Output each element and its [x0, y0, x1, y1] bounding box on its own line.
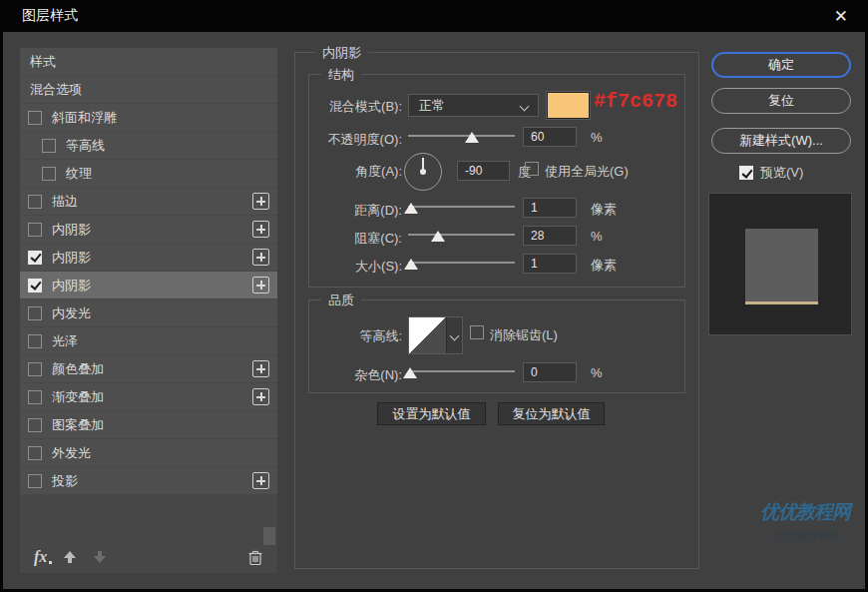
panel-title: 内阴影 — [315, 44, 368, 62]
size-unit: 像素 — [591, 257, 617, 275]
distance-label: 距离(D): — [302, 202, 402, 220]
style-enable-checkbox[interactable] — [28, 390, 42, 404]
noise-slider[interactable] — [408, 362, 515, 380]
add-effect-icon[interactable] — [252, 277, 269, 294]
style-list-item[interactable]: 内发光 — [20, 299, 277, 326]
chevron-down-icon — [451, 331, 459, 339]
style-list-item-label: 内发光 — [52, 304, 91, 322]
add-effect-icon[interactable] — [252, 249, 269, 266]
add-effect-icon[interactable] — [252, 388, 269, 405]
distance-slider[interactable] — [408, 198, 515, 216]
contour-dropdown[interactable] — [446, 317, 462, 353]
style-enable-checkbox[interactable] — [28, 474, 42, 488]
opacity-input[interactable] — [523, 127, 577, 147]
style-list-item[interactable]: 描边 — [20, 188, 277, 215]
blend-mode-value: 正常 — [419, 97, 521, 115]
style-enable-checkbox[interactable] — [28, 111, 42, 125]
style-list-item-label: 光泽 — [52, 332, 78, 350]
structure-legend: 结构 — [321, 66, 361, 84]
style-list-item[interactable]: 颜色叠加 — [20, 355, 277, 382]
style-list-panel: 样式 混合选项 斜面和浮雕 等高线 纹理 描边 内阴影 内阴影 内阴影 内发光 — [20, 48, 277, 573]
choke-slider[interactable] — [408, 226, 515, 244]
choke-slider-thumb[interactable] — [431, 231, 445, 242]
move-effect-up-icon[interactable] — [63, 550, 77, 564]
style-list-item[interactable]: 样式 — [20, 48, 277, 75]
move-effect-down-icon — [93, 550, 107, 564]
style-list-item[interactable]: 内阴影 — [20, 272, 277, 298]
color-hex-annotation: #f7c678 — [594, 90, 677, 113]
style-list-item-label: 混合选项 — [30, 81, 82, 99]
style-list-item-label: 图案叠加 — [52, 416, 104, 434]
distance-input[interactable] — [523, 198, 577, 218]
contour-picker[interactable] — [408, 316, 463, 354]
watermark-caption: 优优教程网 — [753, 527, 857, 545]
add-effect-icon[interactable] — [252, 472, 269, 489]
style-list-item[interactable]: 图案叠加 — [20, 411, 277, 438]
close-icon[interactable]: ✕ — [830, 6, 852, 27]
style-enable-checkbox[interactable] — [42, 167, 56, 181]
style-list-item[interactable]: 斜面和浮雕 — [20, 104, 277, 131]
style-enable-checkbox[interactable] — [28, 446, 42, 460]
style-list-item-label: 颜色叠加 — [52, 360, 104, 378]
opacity-slider[interactable] — [408, 127, 515, 145]
add-effect-icon[interactable] — [252, 221, 269, 238]
style-list-item[interactable]: 光泽 — [20, 327, 277, 354]
reset-default-button[interactable]: 复位为默认值 — [498, 402, 605, 425]
dialog-title: 图层样式 — [22, 7, 78, 25]
add-effect-icon[interactable] — [252, 193, 269, 210]
angle-input[interactable] — [457, 161, 510, 181]
opacity-slider-thumb[interactable] — [465, 132, 479, 143]
choke-input[interactable] — [523, 226, 577, 246]
style-list-item[interactable]: 内阴影 — [20, 244, 277, 271]
style-enable-checkbox[interactable] — [28, 251, 42, 265]
global-light-checkbox[interactable] — [525, 162, 539, 176]
style-list-item[interactable]: 纹理 — [20, 160, 277, 187]
preview-checkbox[interactable] — [739, 166, 753, 180]
watermark-logo: 优优教程网 — [753, 499, 857, 525]
style-list-item[interactable]: 等高线 — [20, 132, 277, 159]
chevron-down-icon — [521, 102, 529, 110]
style-list-item-label: 内阴影 — [52, 249, 91, 267]
style-list-item[interactable]: 内阴影 — [20, 216, 277, 243]
style-enable-checkbox[interactable] — [28, 279, 42, 293]
style-enable-checkbox[interactable] — [28, 334, 42, 348]
set-default-button[interactable]: 设置为默认值 — [377, 402, 486, 425]
noise-input[interactable] — [523, 362, 577, 382]
style-list-item-label: 内阴影 — [52, 221, 91, 239]
style-enable-checkbox[interactable] — [28, 195, 42, 209]
new-style-button[interactable]: 新建样式(W)... — [711, 128, 851, 154]
preview-label: 预览(V) — [760, 164, 803, 182]
size-label: 大小(S): — [302, 258, 402, 276]
noise-unit: % — [591, 365, 603, 380]
style-enable-checkbox[interactable] — [28, 418, 42, 432]
reset-button[interactable]: 复位 — [711, 88, 851, 114]
style-list-item-label: 样式 — [30, 53, 56, 71]
style-enable-checkbox[interactable] — [28, 362, 42, 376]
fx-menu-icon[interactable]: fx — [34, 548, 47, 566]
size-slider[interactable] — [408, 254, 515, 272]
anti-alias-label: 消除锯齿(L) — [490, 326, 558, 344]
style-enable-checkbox[interactable] — [28, 306, 42, 320]
style-list-item-label: 内阴影 — [52, 277, 91, 295]
noise-slider-thumb[interactable] — [403, 367, 417, 378]
shadow-color-swatch[interactable] — [547, 92, 590, 119]
angle-dial[interactable] — [404, 153, 442, 191]
layer-style-dialog: 图层样式 ✕ 样式 混合选项 斜面和浮雕 等高线 纹理 描边 内阴影 内阴影 — [0, 0, 868, 592]
style-list-item[interactable]: 混合选项 — [20, 76, 277, 103]
delete-effect-icon[interactable] — [247, 549, 263, 570]
style-list-item[interactable]: 渐变叠加 — [20, 383, 277, 410]
ok-button[interactable]: 确定 — [711, 52, 851, 78]
size-input[interactable] — [523, 254, 577, 274]
style-enable-checkbox[interactable] — [42, 139, 56, 153]
distance-slider-thumb[interactable] — [404, 203, 418, 214]
add-effect-icon[interactable] — [252, 360, 269, 377]
style-list-item[interactable]: 投影 — [20, 467, 277, 494]
effects-toolbar: fx — [20, 541, 277, 573]
dialog-titlebar: 图层样式 ✕ — [0, 0, 868, 32]
style-list-item-label: 投影 — [52, 472, 78, 490]
size-slider-thumb[interactable] — [404, 259, 418, 270]
anti-alias-checkbox[interactable] — [470, 325, 484, 339]
style-list-item[interactable]: 外发光 — [20, 439, 277, 466]
style-enable-checkbox[interactable] — [28, 223, 42, 237]
blend-mode-select[interactable]: 正常 — [408, 94, 539, 117]
